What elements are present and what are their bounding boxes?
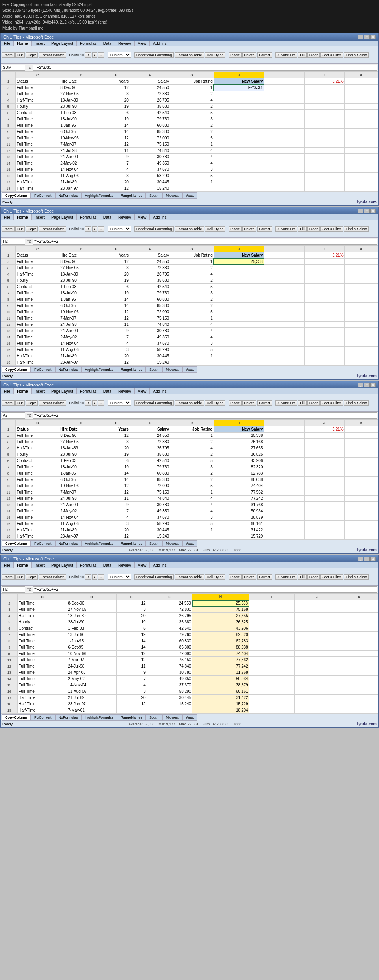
cell-jobrating[interactable]: Job Rating	[170, 252, 214, 259]
cell-i[interactable]	[264, 353, 304, 359]
cell-salary[interactable]: 35,680	[130, 277, 170, 284]
format-painter-btn-1[interactable]: Format Painter	[39, 52, 66, 58]
cell-newsalary[interactable]: 15,729	[192, 701, 249, 707]
cell-newsalary[interactable]: 31,422	[192, 695, 249, 701]
cell-j[interactable]	[295, 663, 340, 669]
cell-status[interactable]: Full Time	[16, 309, 59, 315]
cell-i[interactable]	[264, 135, 304, 141]
cell-years[interactable]: 12	[116, 701, 147, 707]
formula-input-1[interactable]	[33, 65, 377, 71]
col-i-header-4[interactable]: I	[249, 594, 295, 600]
cell-salary[interactable]: 72,830	[147, 606, 192, 613]
cell-newsalary[interactable]	[214, 160, 264, 166]
cell-d[interactable]: 2-May-02	[59, 508, 103, 514]
cell-salary[interactable]: 60,830	[130, 296, 170, 303]
cell-k[interactable]	[344, 265, 378, 271]
minimize-btn-3[interactable]: _	[358, 383, 363, 387]
cell-i[interactable]	[264, 104, 304, 110]
cell-k[interactable]	[344, 160, 378, 166]
cell-i[interactable]	[264, 148, 304, 154]
cell-years[interactable]: 9	[103, 328, 130, 334]
cell-jobrating[interactable]: 4	[170, 148, 214, 154]
cell-newsalary[interactable]	[214, 265, 264, 271]
cell-years[interactable]: 20	[116, 613, 147, 619]
cell-jobrating[interactable]: 4	[170, 154, 214, 160]
cell-years[interactable]: Years	[103, 78, 130, 85]
sheet-tab-highlight-3[interactable]: HighlightFormulas	[82, 540, 117, 547]
cell-i[interactable]	[264, 78, 304, 85]
col-f-header-2[interactable]: F	[130, 246, 170, 252]
cell-k[interactable]	[344, 116, 378, 122]
cell-j[interactable]: 3.21%	[304, 426, 344, 433]
cell-k[interactable]	[344, 334, 378, 340]
cell-e[interactable]: 20	[103, 527, 130, 533]
underline-btn-2[interactable]: U	[98, 226, 104, 232]
cell-i[interactable]	[264, 340, 304, 347]
cell-status[interactable]: Full Time	[16, 141, 59, 148]
cell-i[interactable]	[264, 252, 304, 259]
cell-years[interactable]: 3	[103, 347, 130, 353]
cell-j[interactable]	[304, 533, 344, 540]
cell-salary[interactable]: 37,670	[147, 682, 192, 688]
tab-formulas-2[interactable]: Formulas	[77, 214, 100, 220]
cell-j[interactable]: 3.21%	[304, 252, 344, 259]
cell-salary[interactable]: 26,795	[130, 271, 170, 277]
cell-k[interactable]	[340, 682, 378, 688]
cell-j[interactable]	[304, 259, 344, 265]
cell-k[interactable]	[344, 502, 378, 508]
cond-format-btn-4[interactable]: Conditional Formatting	[134, 574, 174, 580]
cell-hiredate[interactable]: 8-Dec-96	[67, 600, 116, 606]
cell-h[interactable]: 25,338	[214, 433, 264, 439]
cell-salary[interactable]: 30,780	[130, 154, 170, 160]
cell-h[interactable]: 38,879	[214, 514, 264, 521]
tab-insert-4[interactable]: Insert	[32, 562, 48, 568]
col-c-header-3[interactable]: C	[16, 420, 59, 426]
cell-i[interactable]	[264, 489, 304, 496]
tab-addins-4[interactable]: Add-Ins	[150, 562, 170, 568]
autosum-btn-1[interactable]: Σ AutoSum	[275, 52, 297, 58]
cell-salary[interactable]: 85,300	[130, 129, 170, 135]
cell-i[interactable]	[249, 701, 295, 707]
cell-k[interactable]	[344, 166, 378, 173]
cell-salary[interactable]: 30,780	[130, 328, 170, 334]
cell-jobrating[interactable]: 1	[170, 141, 214, 148]
cell-i[interactable]	[264, 470, 304, 477]
cell-years[interactable]: 12	[103, 141, 130, 148]
cell-jobrating[interactable]: 5	[170, 347, 214, 353]
cell-f[interactable]: 79,760	[130, 464, 170, 470]
cell-j[interactable]	[304, 284, 344, 290]
cell-jobrating[interactable]: 1	[170, 85, 214, 91]
cell-newsalary[interactable]	[214, 166, 264, 173]
sort-filter-btn-2[interactable]: Sort & Filter	[320, 226, 343, 232]
cell-years[interactable]: 12	[103, 85, 130, 91]
col-e-header-1[interactable]: E	[103, 72, 130, 78]
cell-salary[interactable]: 75,150	[130, 315, 170, 322]
cell-i[interactable]	[264, 166, 304, 173]
cell-k[interactable]	[344, 439, 378, 445]
cell-status[interactable]: Full Time	[16, 122, 59, 129]
tab-formulas-1[interactable]: Formulas	[77, 41, 100, 46]
cell-status[interactable]: Full Time	[18, 669, 67, 676]
cell-hiredate[interactable]: 2-May-02	[59, 334, 103, 340]
col-d-header-3[interactable]: D	[59, 420, 103, 426]
col-g-header-1[interactable]: G	[170, 72, 214, 78]
cell-h[interactable]: 77,242	[214, 496, 264, 502]
cell-status[interactable]: Half-Time	[18, 707, 67, 714]
cell-i[interactable]	[264, 97, 304, 104]
cell-g[interactable]: 4	[170, 508, 214, 514]
cell-d[interactable]: 13-Jul-90	[59, 464, 103, 470]
cell-e[interactable]: 19	[103, 451, 130, 458]
cell-jobrating[interactable]	[170, 185, 214, 192]
cell-k[interactable]	[340, 632, 378, 638]
cell-status[interactable]: Full Time	[16, 347, 59, 353]
cell-d[interactable]: Hire Date	[59, 426, 103, 433]
cell-newsalary[interactable]	[214, 110, 264, 116]
cell-j[interactable]	[295, 701, 340, 707]
delete-cells-btn-4[interactable]: Delete	[242, 574, 256, 580]
cell-k[interactable]	[344, 91, 378, 97]
cell-k[interactable]	[344, 533, 378, 540]
tab-home-2[interactable]: Home	[14, 214, 32, 220]
cell-i[interactable]	[264, 296, 304, 303]
sheet-tab-rangenames-4[interactable]: RangeNames	[117, 714, 146, 721]
cell-jobrating[interactable]: 2	[170, 303, 214, 309]
